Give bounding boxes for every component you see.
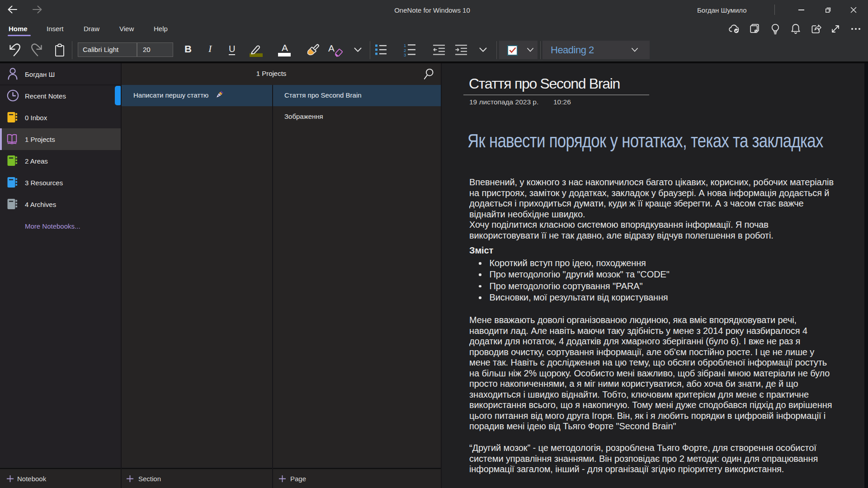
svg-text:3: 3 [404,52,406,56]
svg-text:1: 1 [404,43,406,48]
svg-text:2: 2 [404,48,406,53]
